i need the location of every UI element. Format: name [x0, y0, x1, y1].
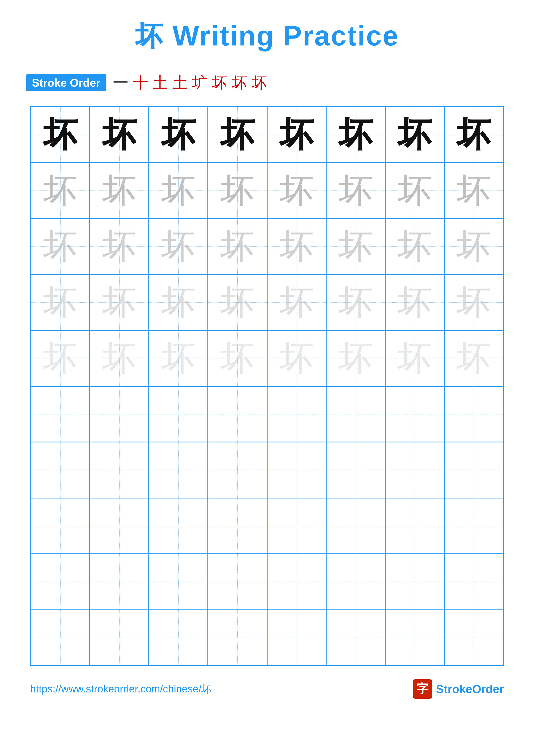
brand-icon: 字: [413, 679, 432, 699]
grid-cell[interactable]: 坏: [31, 274, 90, 330]
grid-cell[interactable]: 坏: [31, 107, 90, 162]
grid-cell[interactable]: [385, 610, 444, 666]
grid-cell[interactable]: [326, 442, 385, 498]
stroke-char-5: 坏: [212, 72, 227, 93]
grid-cell[interactable]: [326, 498, 385, 554]
grid-cell[interactable]: 坏: [149, 162, 208, 218]
grid-cell[interactable]: [385, 386, 444, 442]
grid-cell[interactable]: [208, 554, 267, 610]
grid-char: 坏: [161, 173, 195, 208]
grid-cell[interactable]: 坏: [444, 274, 503, 330]
grid-cell[interactable]: 坏: [444, 330, 503, 386]
grid-char: 坏: [161, 285, 195, 320]
grid-cell[interactable]: [267, 610, 326, 666]
grid-char: 坏: [161, 118, 195, 152]
grid-cell[interactable]: 坏: [90, 274, 149, 330]
grid-cell[interactable]: [444, 610, 503, 666]
grid-cell[interactable]: [326, 554, 385, 610]
stroke-order-badge: Stroke Order: [26, 74, 106, 92]
grid-cell[interactable]: 坏: [385, 330, 444, 386]
grid-cell[interactable]: 坏: [326, 107, 385, 162]
grid-cell[interactable]: 坏: [208, 219, 267, 274]
grid-cell[interactable]: [208, 498, 267, 554]
grid-char: 坏: [339, 229, 373, 263]
grid-cell[interactable]: 坏: [90, 330, 149, 386]
grid-cell[interactable]: 坏: [326, 162, 385, 218]
grid-cell[interactable]: [208, 386, 267, 442]
grid-char: 坏: [456, 118, 491, 152]
grid-cell[interactable]: 坏: [444, 107, 503, 162]
grid-cell[interactable]: 坏: [385, 274, 444, 330]
grid-char: 坏: [43, 229, 78, 263]
grid-cell[interactable]: [444, 554, 503, 610]
grid-cell[interactable]: 坏: [267, 107, 326, 162]
grid-cell[interactable]: [385, 442, 444, 498]
grid-cell[interactable]: 坏: [385, 219, 444, 274]
grid-char: 坏: [102, 118, 137, 152]
grid-char: 坏: [43, 118, 78, 152]
grid-cell[interactable]: 坏: [267, 330, 326, 386]
footer-url[interactable]: https://www.strokeorder.com/chinese/坏: [30, 682, 212, 696]
grid-cell[interactable]: [31, 442, 90, 498]
grid-cell[interactable]: [31, 386, 90, 442]
grid-cell[interactable]: [90, 442, 149, 498]
grid-cell[interactable]: [267, 386, 326, 442]
grid-cell[interactable]: 坏: [90, 162, 149, 218]
grid-cell[interactable]: [385, 498, 444, 554]
grid-cell[interactable]: [149, 442, 208, 498]
grid-cell[interactable]: 坏: [90, 219, 149, 274]
grid-cell[interactable]: 坏: [326, 219, 385, 274]
grid-cell[interactable]: 坏: [31, 330, 90, 386]
grid-cell[interactable]: 坏: [90, 107, 149, 162]
grid-char: 坏: [220, 229, 255, 263]
grid-cell[interactable]: 坏: [208, 162, 267, 218]
grid-cell[interactable]: [385, 554, 444, 610]
grid-cell[interactable]: [208, 442, 267, 498]
grid-cell[interactable]: 坏: [267, 274, 326, 330]
grid-cell[interactable]: [267, 554, 326, 610]
grid-cell[interactable]: [90, 610, 149, 666]
grid-char: 坏: [161, 229, 195, 263]
grid-char: 坏: [102, 229, 137, 263]
grid-cell[interactable]: [267, 498, 326, 554]
practice-grid: 坏坏坏坏坏坏坏坏坏坏坏坏坏坏坏坏坏坏坏坏坏坏坏坏坏坏坏坏坏坏坏坏坏坏坏坏坏坏坏坏: [30, 106, 504, 666]
grid-cell[interactable]: 坏: [444, 162, 503, 218]
grid-cell[interactable]: 坏: [208, 107, 267, 162]
grid-cell[interactable]: [444, 442, 503, 498]
grid-cell[interactable]: [267, 442, 326, 498]
grid-cell[interactable]: 坏: [208, 274, 267, 330]
grid-cell[interactable]: [90, 498, 149, 554]
grid-cell[interactable]: 坏: [31, 219, 90, 274]
grid-cell[interactable]: 坏: [208, 330, 267, 386]
grid-cell[interactable]: [31, 498, 90, 554]
grid-cell[interactable]: [326, 610, 385, 666]
grid-cell[interactable]: [149, 386, 208, 442]
grid-cell[interactable]: [208, 610, 267, 666]
grid-cell[interactable]: 坏: [385, 107, 444, 162]
grid-cell[interactable]: 坏: [31, 162, 90, 218]
grid-cell[interactable]: 坏: [149, 219, 208, 274]
grid-cell[interactable]: [31, 610, 90, 666]
grid-cell[interactable]: [149, 554, 208, 610]
grid-cell[interactable]: 坏: [444, 219, 503, 274]
grid-cell[interactable]: 坏: [326, 330, 385, 386]
grid-char: 坏: [456, 173, 491, 208]
grid-cell[interactable]: 坏: [149, 274, 208, 330]
grid-cell[interactable]: [326, 386, 385, 442]
grid-char: 坏: [397, 341, 432, 375]
grid-cell[interactable]: 坏: [267, 219, 326, 274]
grid-cell[interactable]: [149, 498, 208, 554]
grid-cell[interactable]: [90, 554, 149, 610]
grid-cell[interactable]: 坏: [267, 162, 326, 218]
grid-cell[interactable]: [444, 498, 503, 554]
grid-cell[interactable]: 坏: [385, 162, 444, 218]
grid-cell[interactable]: [90, 386, 149, 442]
grid-cell[interactable]: 坏: [149, 107, 208, 162]
grid-char: 坏: [220, 173, 255, 208]
grid-cell[interactable]: 坏: [149, 330, 208, 386]
grid-cell[interactable]: [444, 386, 503, 442]
grid-cell[interactable]: [149, 610, 208, 666]
grid-char: 坏: [456, 229, 491, 263]
grid-cell[interactable]: [31, 554, 90, 610]
grid-cell[interactable]: 坏: [326, 274, 385, 330]
